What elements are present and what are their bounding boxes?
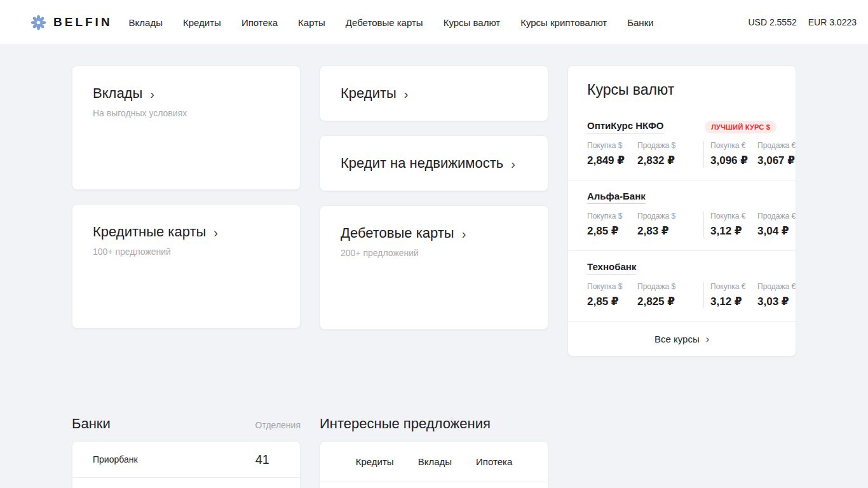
rate-cell-sell-usd: Продажа $ 2,83 ₽ — [637, 212, 703, 238]
offers-tabs: Кредиты Вклады Ипотека — [320, 442, 548, 482]
bank-link-technobank[interactable]: Технобанк — [587, 261, 636, 274]
nav-item-credits[interactable]: Кредиты — [183, 17, 221, 28]
all-rates-link[interactable]: Все курсы › — [568, 321, 796, 356]
rate-row-technobank: Технобанк Покупка $ 2,85 ₽ Продажа $ 2,8… — [568, 250, 796, 321]
chevron-right-icon: › — [214, 226, 218, 239]
rate-cell-buy-usd: Покупка $ 2,85 ₽ — [587, 282, 637, 308]
nav-item-currency-rates[interactable]: Курсы валют — [444, 17, 501, 28]
brand-logo[interactable]: BELFIN — [30, 14, 112, 31]
quick-links-column-2: Кредиты › Кредит на недвижимость › Дебет… — [320, 65, 548, 356]
real-estate-credit-card[interactable]: Кредит на недвижимость › — [320, 135, 548, 191]
ticker-usd: USD 2.5552 — [748, 17, 796, 27]
rate-cell-sell-usd: Продажа $ 2,832 ₽ — [637, 141, 703, 167]
offers-section-title: Интересные предложения — [320, 416, 491, 432]
offer-item: Банк Дабрабыт Вклад «Капитальный безотзы… — [320, 482, 548, 488]
credits-card-title: Кредиты — [341, 85, 397, 102]
main-nav: Вклады Кредиты Ипотека Карты Дебетовые к… — [129, 17, 654, 28]
offers-tab-mortgage[interactable]: Ипотека — [476, 456, 512, 467]
debit-cards-card-subtitle: 200+ предложений — [341, 248, 527, 258]
nav-item-crypto-rates[interactable]: Курсы криптовалют — [520, 17, 607, 28]
rate-cell-sell-eur: Продажа € 3,067 ₽ — [757, 141, 796, 167]
rates-panel-title: Курсы валют — [568, 81, 796, 98]
bank-link-optikurs[interactable]: ОптиКурс НКФО — [587, 120, 664, 133]
rate-cell-buy-eur: Покупка € 3,12 ₽ — [703, 212, 757, 238]
chevron-right-icon: › — [511, 158, 515, 170]
snowflake-logo-icon — [30, 14, 47, 31]
nav-item-debit-cards[interactable]: Дебетовые карты — [346, 17, 423, 28]
rate-cell-buy-eur: Покупка € 3,096 ₽ — [703, 141, 757, 167]
credit-cards-card-title: Кредитные карты — [93, 224, 206, 240]
deposits-card[interactable]: Вклады › На выгодных условиях — [72, 65, 301, 190]
offers-section: Интересные предложения Кредиты Вклады Ип… — [320, 416, 548, 488]
offers-tab-credits[interactable]: Кредиты — [356, 456, 394, 467]
deposits-card-title: Вклады — [93, 85, 142, 102]
nav-item-deposits[interactable]: Вклады — [129, 17, 163, 28]
credits-card[interactable]: Кредиты › — [320, 65, 548, 121]
quick-links-column-1: Вклады › На выгодных условиях Кредитные … — [72, 65, 301, 356]
real-estate-card-title: Кредит на недвижимость — [341, 155, 503, 172]
chevron-right-icon: › — [462, 227, 466, 240]
all-banks-link[interactable]: Все банки › — [72, 477, 300, 488]
bank-row-branch-count: 41 — [255, 452, 269, 467]
debit-cards-card-title: Дебетовые карты — [341, 225, 454, 241]
banks-section-title: Банки — [72, 416, 111, 432]
chevron-right-icon: › — [706, 334, 709, 344]
nav-item-banks[interactable]: Банки — [627, 17, 653, 28]
chevron-right-icon: › — [150, 88, 154, 100]
nav-item-mortgage[interactable]: Ипотека — [241, 17, 278, 28]
banks-section: Банки Отделения Приорбанк 41 Все банки › — [72, 416, 301, 488]
rate-cell-sell-eur: Продажа € 3,04 ₽ — [757, 212, 796, 238]
debit-cards-card[interactable]: Дебетовые карты › 200+ предложений — [320, 205, 548, 330]
deposits-card-subtitle: На выгодных условиях — [93, 108, 280, 118]
rate-row-optikurs: ОптиКурс НКФО ЛУЧШИЙ КУРС $ Покупка $ 2,… — [568, 110, 796, 180]
best-rate-badge: ЛУЧШИЙ КУРС $ — [705, 121, 776, 133]
currency-rates-panel: Курсы валют ОптиКурс НКФО ЛУЧШИЙ КУРС $ … — [567, 65, 796, 356]
bank-link-alfabank[interactable]: Альфа-Банк — [587, 191, 646, 204]
rate-cell-buy-eur: Покупка € 3,12 ₽ — [703, 282, 757, 308]
offers-card: Кредиты Вклады Ипотека Банк Дабрабыт Вкл… — [320, 441, 548, 488]
brand-name: BELFIN — [53, 15, 112, 29]
bank-row-name: Приорбанк — [93, 454, 138, 464]
top-header: BELFIN Вклады Кредиты Ипотека Карты Дебе… — [0, 0, 868, 45]
bank-row-priorbank[interactable]: Приорбанк 41 — [72, 442, 300, 477]
credit-cards-card-subtitle: 100+ предложений — [93, 247, 280, 257]
chevron-right-icon: › — [404, 88, 409, 100]
rate-cell-sell-usd: Продажа $ 2,825 ₽ — [637, 282, 703, 308]
rate-cell-sell-eur: Продажа € 3,03 ₽ — [757, 282, 796, 308]
offers-tab-deposits[interactable]: Вклады — [418, 456, 452, 467]
banks-card: Приорбанк 41 Все банки › — [72, 441, 301, 488]
credit-cards-card[interactable]: Кредитные карты › 100+ предложений — [72, 204, 301, 329]
ticker-eur: EUR 3.0223 — [808, 17, 857, 27]
rate-row-alfabank: Альфа-Банк Покупка $ 2,85 ₽ Продажа $ 2,… — [568, 180, 796, 250]
nav-item-cards[interactable]: Карты — [298, 17, 325, 28]
branches-link[interactable]: Отделения — [255, 420, 301, 430]
currency-ticker: USD 2.5552 EUR 3.0223 — [748, 17, 857, 27]
rate-cell-buy-usd: Покупка $ 2,85 ₽ — [587, 212, 637, 238]
rate-cell-buy-usd: Покупка $ 2,849 ₽ — [587, 141, 637, 167]
